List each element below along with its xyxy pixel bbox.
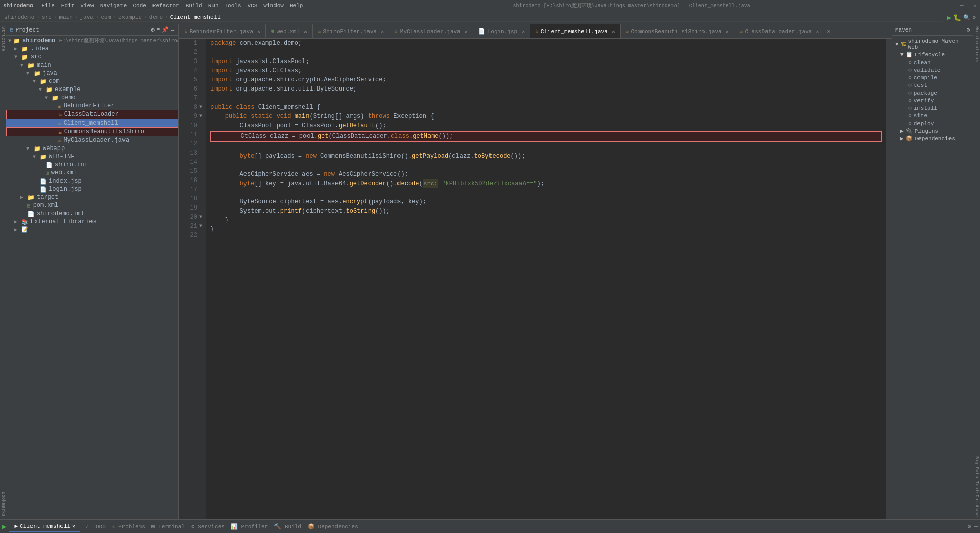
- maven-test[interactable]: ⚙ test: [892, 81, 973, 89]
- breadcrumb-com[interactable]: com: [101, 14, 111, 20]
- tree-src[interactable]: ▼ 📁 src: [6, 53, 178, 61]
- tree-commonsbeanutils[interactable]: ▶ ☕ CommonsBeanutils1Shiro: [6, 127, 178, 136]
- tree-webinf[interactable]: ▼ 📁 WEB-INF: [6, 153, 178, 161]
- structure-tab[interactable]: Structure: [1, 26, 6, 51]
- notifications-tab[interactable]: Notifications: [974, 26, 979, 62]
- tree-external-libs[interactable]: ▶ 📚 External Libraries: [6, 218, 178, 226]
- menu-navigate[interactable]: Navigate: [100, 3, 127, 9]
- tab-todo[interactable]: ✓ TODO: [85, 523, 106, 530]
- tree-classdataloader[interactable]: ▶ ☕ ClassDataLoader: [6, 110, 178, 119]
- bottom-close-icon[interactable]: —: [974, 523, 978, 530]
- tab-commonsbeanutils[interactable]: ☕ CommonsBeanutils1Shiro.java ✕: [621, 24, 734, 39]
- breadcrumb-shirodemo[interactable]: shirodemo: [4, 14, 34, 20]
- menu-file[interactable]: File: [41, 3, 54, 9]
- menu-tools[interactable]: Tools: [225, 3, 241, 9]
- breadcrumb-java[interactable]: java: [80, 14, 93, 20]
- tree-index-jsp[interactable]: ▶ 📄 index.jsp: [6, 177, 178, 185]
- tree-root-shirodemo[interactable]: ▼ 📁 shirodemo E:\shiro魔测环境\JavaThings-ma…: [6, 37, 178, 45]
- database-tab[interactable]: Database: [974, 495, 979, 517]
- debug-button[interactable]: 🐛: [953, 14, 961, 22]
- tab-loginjsp[interactable]: 📄 login.jsp ✕: [473, 24, 530, 39]
- tab-bar: ☕ BehinderFilter.java ✕ ⊞ web.xml ✕ ☕ Sh…: [179, 24, 892, 39]
- tab-services[interactable]: ⚙ Services: [191, 523, 225, 530]
- breadcrumb-demo[interactable]: demo: [149, 14, 163, 20]
- tree-main[interactable]: ▼ 📁 main: [6, 61, 178, 69]
- maven-dependencies-section[interactable]: ▶ 📦 Dependencies: [892, 135, 973, 142]
- sidebar-pin-icon[interactable]: 📌: [162, 26, 169, 33]
- maven-package[interactable]: ⚙ package: [892, 89, 973, 97]
- bottom-settings-icon[interactable]: ⚙: [968, 523, 971, 530]
- menu-code[interactable]: Code: [133, 3, 146, 9]
- tab-webxml[interactable]: ⊞ web.xml ✕: [266, 24, 313, 39]
- menu-build[interactable]: Build: [186, 3, 202, 9]
- big-data-tools-tab[interactable]: Big Data Tools: [974, 456, 979, 495]
- maven-install[interactable]: ⚙ install: [892, 104, 973, 112]
- maven-clean[interactable]: ⚙ clean: [892, 58, 973, 66]
- breadcrumb-main[interactable]: main: [59, 14, 72, 20]
- menu-run[interactable]: Run: [208, 3, 219, 9]
- tab-more-icon[interactable]: »: [824, 28, 832, 35]
- tree-target[interactable]: ▶ 📁 target: [6, 193, 178, 201]
- menu-help[interactable]: Help: [290, 3, 303, 9]
- tree-myclassloader[interactable]: ▶ ☕ MyClassLoader.java: [6, 136, 178, 144]
- tree-demo[interactable]: ▼ 📁 demo: [6, 94, 178, 102]
- maven-plugins-section[interactable]: ▶ 🔌 Plugins: [892, 127, 973, 135]
- tab-terminal[interactable]: ⊞ Terminal: [151, 523, 185, 530]
- tree-example[interactable]: ▼ 📁 example: [6, 85, 178, 94]
- maven-site[interactable]: ⚙ site: [892, 112, 973, 120]
- tab-classdataloader[interactable]: ☕ ClassDataLoader.java ✕: [734, 24, 825, 39]
- maven-compile[interactable]: ⚙ compile: [892, 74, 973, 81]
- maven-lifecycle-section[interactable]: ▼ 📋 Lifecycle: [892, 51, 973, 58]
- run-button[interactable]: ▶: [947, 14, 952, 22]
- tree-login-jsp[interactable]: ▶ 📄 login.jsp: [6, 185, 178, 193]
- tab-client-memshell[interactable]: ☕ Client_memshell.java ✕: [530, 24, 621, 39]
- tree-behinder[interactable]: ▶ ☕ BehinderFilter: [6, 102, 178, 110]
- tree-shiro-ini[interactable]: ▶ 📄 shiro.ini: [6, 161, 178, 169]
- tab-build[interactable]: 🔨 Build: [274, 523, 301, 530]
- window-controls[interactable]: ─ □ ✕: [960, 2, 977, 9]
- tree-client-memshell[interactable]: ▶ ☕ Client_memshell: [6, 119, 178, 127]
- maven-deploy[interactable]: ⚙ deploy: [892, 120, 973, 127]
- menu-edit[interactable]: Edit: [61, 3, 74, 9]
- code-area[interactable]: package com.example.demo; import javassi…: [206, 39, 886, 519]
- maven-settings-icon[interactable]: ⚙: [966, 26, 970, 33]
- sidebar-header: ⊞ Project ⚙ ≡ 📌 —: [6, 24, 178, 36]
- tree-java[interactable]: ▼ 📁 java: [6, 69, 178, 77]
- breadcrumb-file[interactable]: Client_memshell: [170, 14, 221, 20]
- breadcrumb-example[interactable]: example: [118, 14, 142, 20]
- maven-plugins-label: Plugins: [915, 128, 938, 134]
- sidebar-settings-icon[interactable]: ⚙: [151, 26, 155, 33]
- editor-scrollbar[interactable]: [886, 39, 892, 519]
- run-play-button[interactable]: ▶: [2, 522, 6, 531]
- menu-refactor[interactable]: Refactor: [152, 3, 179, 9]
- maven-project-root[interactable]: ▼ 🏗 shirodemo Maven Web: [892, 38, 973, 51]
- tree-web-xml[interactable]: ▶ ⊞ web.xml: [6, 169, 178, 177]
- tab-dependencies[interactable]: 📦 Dependencies: [308, 523, 358, 530]
- maven-project-name: shirodemo Maven Web: [908, 38, 970, 50]
- bookmarks-tab[interactable]: Bookmarks: [1, 492, 6, 517]
- maven-verify[interactable]: ⚙ verify: [892, 97, 973, 104]
- breadcrumb-src[interactable]: src: [42, 14, 52, 20]
- tab-myclassloader[interactable]: ☕ MyClassLoader.java ✕: [389, 24, 473, 39]
- bottom-tab-run[interactable]: ▶ Client_memshell ✕: [9, 521, 80, 532]
- tree-idea[interactable]: ▶ 📁 .idea: [6, 45, 178, 53]
- maven-validate[interactable]: ⚙ validate: [892, 66, 973, 74]
- tree-pom-xml[interactable]: ▶ ⊞ pom.xml: [6, 201, 178, 210]
- menu-vcs[interactable]: VCS: [248, 3, 258, 9]
- tree-webapp[interactable]: ▼ 📁 webapp: [6, 144, 178, 153]
- menu-window[interactable]: Window: [263, 3, 284, 9]
- sidebar-layout-icon[interactable]: ≡: [157, 27, 160, 33]
- menu-view[interactable]: View: [80, 3, 94, 9]
- maven-dependencies-label: Dependencies: [915, 136, 955, 142]
- tab-behinder[interactable]: ☕ BehinderFilter.java ✕: [179, 24, 266, 39]
- tab-profiler[interactable]: 📊 Profiler: [231, 523, 268, 530]
- tab-problems[interactable]: ⚠ Problems: [112, 523, 145, 530]
- tab-shirofilter[interactable]: ☕ ShiroFilter.java ✕: [313, 24, 389, 39]
- search-button[interactable]: 🔍: [963, 14, 970, 21]
- tree-com[interactable]: ▼ 📁 com: [6, 77, 178, 85]
- tree-scratches[interactable]: ▶ 📝: [6, 226, 178, 233]
- code-line-8: public class Client_memshell {: [210, 103, 882, 112]
- tree-iml[interactable]: ▶ 📄 shirodemo.iml: [6, 210, 178, 218]
- settings-button[interactable]: ⚙: [972, 14, 976, 21]
- sidebar-collapse-icon[interactable]: —: [171, 27, 174, 33]
